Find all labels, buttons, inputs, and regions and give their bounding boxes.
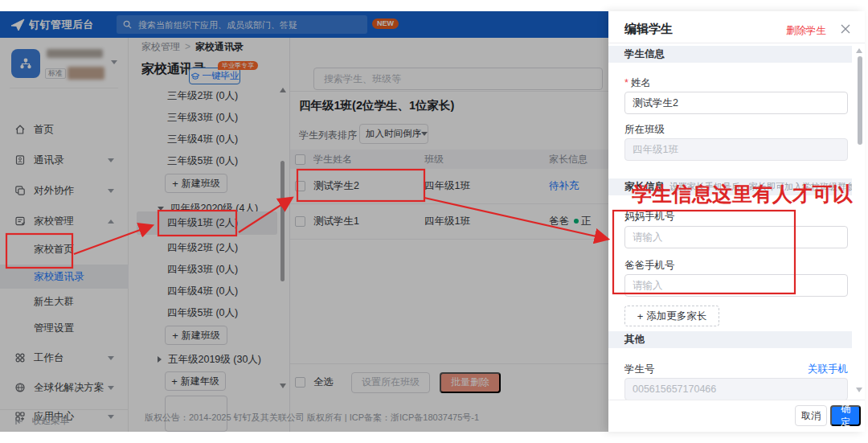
drawer-header-divider xyxy=(608,43,865,43)
name-field-label: 姓名 xyxy=(624,76,651,90)
global-search[interactable] xyxy=(117,15,367,34)
student-class: 四年级1班 xyxy=(424,179,549,193)
breadcrumb-parent[interactable]: 家校管理 xyxy=(141,41,180,52)
cancel-button[interactable]: 取消 xyxy=(795,405,827,426)
sidebar-item-freshman-group[interactable]: 新生大群 xyxy=(0,291,129,312)
sort-dropdown[interactable]: 加入时间倒序 xyxy=(359,124,428,144)
class-label: 四年级1班 (2人) xyxy=(167,216,238,230)
chevron-down-icon xyxy=(108,356,114,360)
table-row[interactable]: 测试学生1 四年级1班 爸爸正 xyxy=(290,204,608,240)
student-search[interactable] xyxy=(313,68,603,90)
sidebar-item-contacts[interactable]: 通讯录 xyxy=(0,149,129,171)
sidebar-item-mgmt-settings[interactable]: 管理设置 xyxy=(0,318,129,338)
dropdown-caret-icon xyxy=(421,132,428,136)
table-header-row: 学生姓名 班级 家长信息 xyxy=(290,150,608,169)
collapse-menu-button[interactable]: 收起菜单 xyxy=(0,409,129,429)
school-mgmt-icon xyxy=(14,215,26,227)
class-item[interactable]: 四年级3班 (0人) xyxy=(137,259,277,281)
chevron-down-icon xyxy=(108,158,114,162)
contacts-icon xyxy=(14,154,26,166)
new-grade-label: 新建年级 xyxy=(181,375,219,388)
drawer-title: 编辑学生 xyxy=(624,22,673,37)
class-item[interactable]: 三年级2班 (0人) xyxy=(137,85,277,107)
drawer-scrollbar[interactable] xyxy=(858,56,862,145)
add-more-parent-button[interactable]: 添加更多家长 xyxy=(624,306,719,326)
column-header-name: 学生姓名 xyxy=(313,153,424,166)
mom-phone-input[interactable] xyxy=(624,226,848,248)
class-item-selected[interactable]: 四年级1班 (2人) xyxy=(137,211,277,235)
table-row[interactable]: 测试学生2 四年级1班 待补充 xyxy=(290,169,608,204)
close-icon[interactable] xyxy=(839,23,852,35)
sidebar-item-school-contacts[interactable]: 家校通讯录 xyxy=(0,265,129,289)
class-item[interactable]: 三年级3班 (0人) xyxy=(137,107,277,129)
sidebar-item-globalization[interactable]: 全球化解决方案 xyxy=(0,376,129,399)
scroll-up-icon[interactable] xyxy=(280,88,286,92)
org-chart-icon xyxy=(18,56,33,71)
add-parent-label: 添加更多家长 xyxy=(646,310,706,323)
sidebar-item-workbench[interactable]: 工作台 xyxy=(0,347,129,369)
sidebar-item-external-collab[interactable]: 对外协作 xyxy=(0,179,129,202)
column-header-class: 班级 xyxy=(424,153,549,166)
class-list-scrollbar[interactable] xyxy=(280,161,285,281)
student-id-label: 学生号 xyxy=(624,363,655,376)
chevron-up-icon xyxy=(108,219,114,224)
class-item[interactable]: 四年级5班 (0人) xyxy=(137,302,277,324)
class-label: 四年级4班 (0人) xyxy=(167,285,238,298)
confirm-button[interactable]: 确定 xyxy=(830,405,861,426)
student-search-input[interactable] xyxy=(322,72,594,85)
global-search-input[interactable] xyxy=(137,19,361,31)
collapse-menu-label: 收起菜单 xyxy=(32,415,69,427)
student-name[interactable]: 测试学生1 xyxy=(313,215,424,228)
parent-status: 正 xyxy=(581,215,592,227)
student-id-input xyxy=(624,378,848,400)
one-click-graduate-button[interactable]: 一键毕业 xyxy=(189,68,240,84)
drawer-scroll-up-icon[interactable] xyxy=(856,48,862,53)
delete-student-button[interactable]: 删除学生 xyxy=(786,24,826,38)
section-parent-info: 家长信息 设置家长手机号后，家长即可加入学校班级群参与班级活动、沟通学生情况 xyxy=(608,178,852,195)
class-summary-title: 四年级1班(2位学生、1位家长) xyxy=(299,98,454,113)
class-item[interactable]: 三年级5班 (0人) xyxy=(137,150,277,172)
batch-action-bar: 全选 设置所在班级 批量删除 xyxy=(290,363,608,400)
set-class-button[interactable]: 设置所在班级 xyxy=(351,372,430,393)
class-item[interactable]: 四年级4班 (0人) xyxy=(137,281,277,302)
org-avatar[interactable] xyxy=(11,49,40,78)
section-label: 其他 xyxy=(624,333,645,347)
new-class-button[interactable]: 新建班级 xyxy=(165,326,227,345)
sidebar-item-label: 新生大群 xyxy=(34,295,74,309)
class-label: 三年级3班 (0人) xyxy=(167,111,238,125)
collapse-left-icon xyxy=(14,416,24,426)
student-class: 四年级1班 xyxy=(424,215,549,228)
org-switch-caret-icon[interactable] xyxy=(111,60,117,64)
row-checkbox[interactable] xyxy=(295,216,305,227)
screenshot-stage: 钉钉管理后台 NEW 标准 xyxy=(0,0,868,443)
sidebar-item-label: 对外协作 xyxy=(34,184,74,198)
graduate-button-label: 一键毕业 xyxy=(203,70,240,82)
header-checkbox[interactable] xyxy=(295,154,305,165)
sidebar-item-label: 管理设置 xyxy=(34,322,74,335)
class-field-label: 所在班级 xyxy=(624,123,665,137)
parent-info-link[interactable]: 待补充 xyxy=(549,179,579,193)
student-name[interactable]: 测试学生2 xyxy=(313,179,424,193)
dad-phone-label: 爸爸手机号 xyxy=(624,259,675,273)
sidebar-divider xyxy=(10,88,118,88)
new-grade-button[interactable]: 新建年级 xyxy=(165,371,226,391)
sidebar-item-home[interactable]: 首页 xyxy=(0,118,129,141)
drawer-scroll-down-icon[interactable] xyxy=(856,388,862,392)
globe-icon xyxy=(14,382,26,393)
row-checkbox[interactable] xyxy=(295,181,305,191)
class-item[interactable]: 四年级2班 (2人) xyxy=(137,237,277,259)
class-item[interactable]: 三年级4班 (0人) xyxy=(137,129,277,150)
sidebar-item-school-home[interactable]: 家校首页 xyxy=(0,239,129,260)
link-phone-button[interactable]: 关联手机 xyxy=(808,363,848,376)
new-class-button[interactable]: 新建班级 xyxy=(165,174,227,193)
grade-row-grade5[interactable]: 五年级2019级 (30人) xyxy=(137,349,277,370)
sidebar-item-school-mgmt[interactable]: 家校管理 xyxy=(0,210,129,232)
dingtalk-logo-icon xyxy=(10,18,25,31)
tree-collapsed-caret-icon xyxy=(158,356,162,363)
dad-phone-input[interactable] xyxy=(624,274,848,297)
home-icon xyxy=(14,124,26,135)
scroll-down-icon[interactable] xyxy=(280,384,286,388)
name-input[interactable] xyxy=(624,92,848,114)
batch-delete-button[interactable]: 批量删除 xyxy=(440,372,501,393)
select-all-checkbox[interactable] xyxy=(295,377,305,388)
